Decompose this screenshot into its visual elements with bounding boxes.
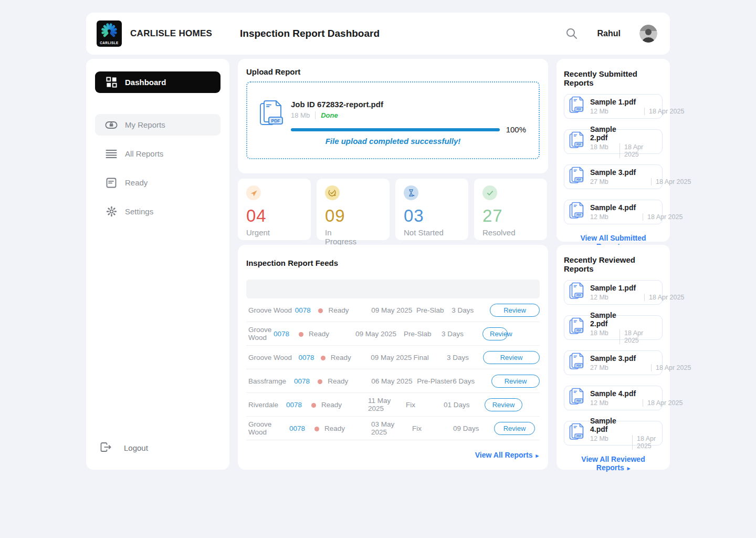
status-dot-icon [314,427,319,431]
status-label: Ready [328,377,348,385]
report-item[interactable]: PDF Sample 4.pdf 12 Mb 18 Apr 2025 [564,421,663,446]
sidebar-item-my-reports[interactable]: My Reports [95,114,220,136]
report-item[interactable]: PDF Sample 4.pdf 12 Mb 18 Apr 2025 [564,386,663,410]
days-since-cell: 3 Days [452,306,490,314]
status-cell: Ready [318,306,371,314]
brand-logo[interactable]: CARLISLE [97,20,122,47]
report-name: Sample 1.pdf [590,284,640,292]
report-item[interactable]: PDF Sample 1.pdf 12 Mb 18 Apr 2025 [564,94,663,119]
status-label: Ready [324,425,345,432]
job-id-link[interactable]: 0078 [274,330,289,338]
report-name: Sample 4.pdf [590,417,628,433]
report-item[interactable]: PDF Sample 1.pdf 12 Mb 18 Apr 2025 [564,280,663,305]
status-dot-icon [299,332,303,337]
job-site-cell: Groove Wood [248,326,274,342]
sidebar-item-label: Settings [125,207,153,216]
upload-dropzone[interactable]: PDF Job ID 672832-report.pdf 18 Mb Done … [246,81,540,159]
review-button[interactable]: Review [485,398,522,411]
stat-label: In Progress [325,228,350,246]
sidebar-item-ready[interactable]: Ready [95,172,220,193]
stat-card: 09 In Progress [317,179,390,240]
report-date: 18 Apr 2025 [644,294,694,301]
job-id-link[interactable]: 0078 [294,377,310,385]
pdf-file-icon: PDF [569,131,585,152]
sidebar-item-all-reports[interactable]: All Reports [95,143,220,164]
report-item[interactable]: PDF Sample 4.pdf 12 Mb 18 Apr 2025 [564,200,663,224]
report-meta: 12 Mb 18 Apr 2025 [590,399,691,407]
pdf-file-icon: PDF [569,202,585,223]
report-item[interactable]: PDF Sample 3.pdf 27 Mb 18 Apr 2025 [564,350,663,375]
report-item[interactable]: PDF Sample 3.pdf 27 Mb 18 Apr 2025 [564,164,663,189]
view-all-reports-link[interactable]: View All Reports▸ [475,451,539,459]
review-button[interactable]: Review [491,375,540,388]
arrow-right-icon: ▸ [627,465,631,471]
review-button[interactable]: Review [490,304,540,317]
arrow-right-icon: ▸ [536,452,539,459]
status-cell: Ready [314,425,371,432]
page: CARLISLE CARLISLE HOMES Inspection Repor… [0,0,756,538]
recently-reviewed-card: Recently Reviewed Reports [556,245,670,470]
progress-percent: 100% [506,125,526,134]
upload-date-cell: 11 May 2025 [368,397,406,412]
stat-card: 03 Not Started [395,179,468,240]
stage-cell: Fix [412,425,453,432]
stage-cell: Fix [406,401,444,409]
user-name: Rahul [597,29,621,38]
stat-icon-circle [482,185,497,200]
svg-text:PDF: PDF [576,294,581,297]
table-row: Bassframge 0078 Ready 06 May 2025 Pre-Pl… [246,369,540,393]
days-since-cell: 3 Days [447,354,483,361]
svg-text:PDF: PDF [576,400,581,402]
status-label: Ready [331,354,351,361]
review-button[interactable]: Review [482,327,508,340]
pdf-file-icon: PDF [569,423,585,444]
report-date: 18 Apr 2025 [651,178,708,185]
job-site-cell: Groove Wood [248,354,298,361]
status-cell: Ready [311,401,368,409]
pdf-file-icon: PDF [569,96,585,117]
report-item[interactable]: PDF Sample 2.pdf 18 Mb 18 Apr 2025 [564,315,663,340]
table-body: Groove Wood 0078 Ready 09 May 2025 Pre-S… [246,298,540,440]
upload-date-cell: 09 May 2025 [371,306,416,314]
submitted-title: Recently Submitted Reports [564,69,663,87]
report-info: Sample 2.pdf 18 Mb 18 Apr 2025 [590,311,645,344]
days-since-cell: 6 Days [453,377,491,385]
pdf-file-icon: PDF [569,353,585,374]
settings-gear-icon [105,206,118,218]
sidebar-item-settings[interactable]: Settings [95,201,220,222]
stage-cell: Final [413,354,447,361]
table-header [246,280,540,298]
job-id-link[interactable]: 0078 [286,401,302,409]
stat-icon-circle [325,185,340,200]
report-date: 18 Apr 2025 [632,435,670,450]
job-id-link[interactable]: 0078 [295,306,311,314]
ready-document-icon [105,177,118,189]
uploaded-file-row: PDF Job ID 672832-report.pdf 18 Mb Done … [259,100,526,134]
report-name: Sample 1.pdf [590,98,640,106]
stat-label: Resolved [482,228,531,237]
report-size: 27 Mb [590,364,647,371]
review-button[interactable]: Review [483,351,540,364]
submitted-list: PDF Sample 1.pdf 12 Mb 18 Apr 2025 [564,94,663,224]
view-all-reviewed-link[interactable]: View All Reviewed Reports▸ [564,455,663,472]
report-item[interactable]: PDF Sample 2.pdf 18 Mb 18 Apr 2025 [564,129,663,154]
recently-submitted-card: Recently Submitted Reports [556,59,670,242]
sidebar-item-dashboard[interactable]: Dashboard [95,71,220,93]
search-icon[interactable] [565,27,579,40]
upload-date-cell: 09 May 2025 [355,330,404,338]
report-size: 12 Mb [590,294,640,301]
cursor-icon [249,189,258,198]
job-id-link[interactable]: 0078 [289,425,305,432]
avatar[interactable] [639,25,657,43]
job-site-cell: Riverdale [248,401,286,409]
upload-success-message: File upload completed successfully! [247,137,539,146]
job-id-link[interactable]: 0078 [298,354,314,361]
report-size: 12 Mb [590,213,638,221]
stage-cell: Pre-Slab [416,306,452,314]
logout-button[interactable]: Logout [100,442,148,454]
review-button[interactable]: Review [494,422,535,435]
upload-date-cell: 09 May 2025 [371,354,413,361]
report-meta: 12 Mb 18 Apr 2025 [590,435,670,450]
pdf-file-icon: PDF [569,317,585,338]
svg-text:PDF: PDF [271,118,280,123]
